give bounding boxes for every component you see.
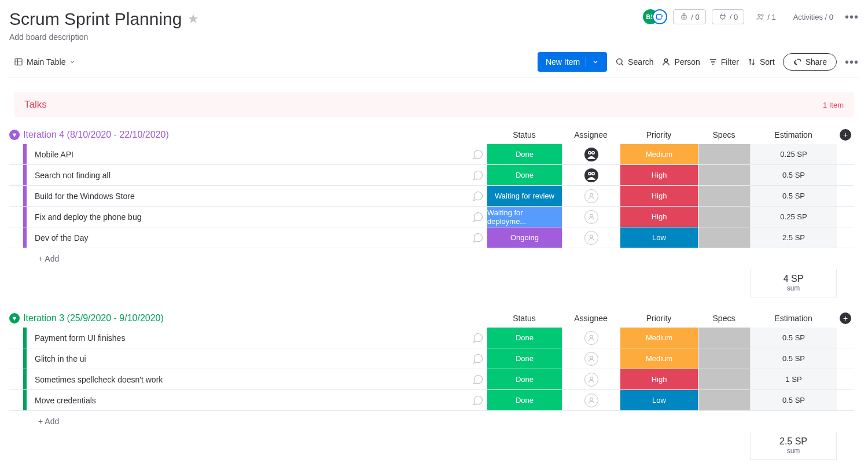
status-cell[interactable]: Done <box>487 348 562 369</box>
board-description[interactable]: Add board description <box>9 32 199 42</box>
assignee-cell[interactable] <box>562 390 620 410</box>
status-cell[interactable]: Waiting for review <box>487 186 562 206</box>
item-name[interactable]: Search not finding all <box>27 165 469 185</box>
chat-icon[interactable] <box>472 353 484 365</box>
priority-cell[interactable]: High <box>620 186 698 206</box>
column-header-assignee[interactable]: Assignee <box>562 127 620 143</box>
priority-cell[interactable]: High <box>620 165 698 185</box>
estimation-cell[interactable]: 0.5 SP <box>750 348 837 369</box>
toolbar-more-icon[interactable]: ••• <box>845 56 859 69</box>
add-item-button[interactable]: + Add <box>38 417 59 426</box>
estimation-cell[interactable]: 0.25 SP <box>750 207 837 227</box>
column-header-status[interactable]: Status <box>487 310 562 326</box>
sort-button[interactable]: Sort <box>747 57 775 67</box>
status-cell[interactable]: Done <box>487 328 562 348</box>
estimation-cell[interactable]: 0.5 SP <box>750 390 837 410</box>
add-column-button[interactable]: + <box>840 129 851 141</box>
specs-cell[interactable] <box>698 227 750 248</box>
item-name[interactable]: Payment form UI finishes <box>27 328 469 348</box>
assignee-avatar-icon[interactable] <box>584 148 598 161</box>
column-header-estimation[interactable]: Estimation <box>750 310 837 326</box>
column-header-specs[interactable]: Specs <box>698 310 750 326</box>
estimation-cell[interactable]: 0.25 SP <box>750 144 837 164</box>
chat-icon[interactable] <box>472 149 484 160</box>
assignee-empty-icon[interactable] <box>584 373 598 387</box>
priority-cell[interactable]: Low <box>620 227 698 248</box>
specs-cell[interactable] <box>698 390 750 410</box>
status-cell[interactable]: Ongoing <box>487 227 562 248</box>
item-name[interactable]: Sometimes spellcheck doesn't work <box>27 369 469 389</box>
assignee-cell[interactable] <box>562 227 620 248</box>
specs-cell[interactable] <box>698 186 750 206</box>
estimation-cell[interactable]: 0.5 SP <box>750 186 837 206</box>
column-header-assignee[interactable]: Assignee <box>562 310 620 326</box>
add-item-button[interactable]: + Add <box>38 254 59 263</box>
group-title[interactable]: Iteration 4 (8/10/2020 - 22/10/2020) <box>23 130 169 140</box>
item-name[interactable]: Glitch in the ui <box>27 348 469 369</box>
integration-robot-button[interactable]: / 0 <box>673 9 705 24</box>
assignee-empty-icon[interactable] <box>584 352 598 366</box>
specs-cell[interactable] <box>698 348 750 369</box>
assignee-cell[interactable] <box>562 348 620 369</box>
assignee-cell[interactable] <box>562 207 620 227</box>
chat-icon[interactable] <box>472 374 484 385</box>
column-header-priority[interactable]: Priority <box>620 310 698 326</box>
priority-cell[interactable]: High <box>620 369 698 389</box>
more-menu-icon[interactable]: ••• <box>845 10 859 24</box>
item-name[interactable]: Dev of the Day <box>27 227 469 248</box>
assignee-cell[interactable] <box>562 328 620 348</box>
avatar-add-icon[interactable] <box>652 9 667 24</box>
status-cell[interactable]: Done <box>487 369 562 389</box>
specs-cell[interactable] <box>698 144 750 164</box>
assignee-empty-icon[interactable] <box>584 210 598 224</box>
chat-icon[interactable] <box>472 395 484 406</box>
integration-plug-button[interactable]: / 0 <box>712 9 744 24</box>
new-item-button[interactable]: New Item <box>538 52 607 72</box>
talks-group-bar[interactable]: Talks 1 Item <box>14 92 854 117</box>
specs-cell[interactable] <box>698 328 750 348</box>
assignee-avatar-icon[interactable] <box>584 168 598 182</box>
item-name[interactable]: Build for the Windows Store <box>27 186 469 206</box>
assignee-cell[interactable] <box>562 165 620 185</box>
status-cell[interactable]: Done <box>487 165 562 185</box>
item-name[interactable]: Mobile API <box>27 144 469 164</box>
column-header-status[interactable]: Status <box>487 127 562 143</box>
assignee-cell[interactable] <box>562 369 620 389</box>
chat-icon[interactable] <box>472 332 484 344</box>
group-title[interactable]: Iteration 3 (25/9/2020 - 9/10/2020) <box>23 313 164 323</box>
search-button[interactable]: Search <box>615 57 653 67</box>
person-filter-button[interactable]: Person <box>661 57 700 67</box>
share-button[interactable]: Share <box>783 53 837 71</box>
estimation-cell[interactable]: 2.5 SP <box>750 227 837 248</box>
column-header-specs[interactable]: Specs <box>698 127 750 143</box>
priority-cell[interactable]: High <box>620 207 698 227</box>
status-cell[interactable]: Done <box>487 144 562 164</box>
column-header-priority[interactable]: Priority <box>620 127 698 143</box>
collapse-icon[interactable]: ▼ <box>9 130 20 140</box>
priority-cell[interactable]: Medium <box>620 348 698 369</box>
priority-cell[interactable]: Medium <box>620 144 698 164</box>
specs-cell[interactable] <box>698 165 750 185</box>
estimation-cell[interactable]: 0.5 SP <box>750 165 837 185</box>
collapse-icon[interactable]: ▼ <box>9 313 20 323</box>
assignee-empty-icon[interactable] <box>584 331 598 345</box>
chat-icon[interactable] <box>472 211 484 223</box>
view-tab-main-table[interactable]: Main Table <box>9 54 80 70</box>
assignee-cell[interactable] <box>562 144 620 164</box>
assignee-empty-icon[interactable] <box>584 231 598 245</box>
members-button[interactable]: / 1 <box>750 10 781 24</box>
specs-cell[interactable] <box>698 207 750 227</box>
item-name[interactable]: Fix and deploy the phone bug <box>27 207 469 227</box>
assignee-cell[interactable] <box>562 186 620 206</box>
add-column-button[interactable]: + <box>840 312 851 324</box>
column-header-estimation[interactable]: Estimation <box>750 127 837 143</box>
item-name[interactable]: Move credentials <box>27 390 469 410</box>
filter-button[interactable]: Filter <box>708 57 739 67</box>
board-title[interactable]: Scrum Sprint Planning <box>9 9 182 29</box>
status-cell[interactable]: Waiting for deployme... <box>487 207 562 227</box>
assignee-empty-icon[interactable] <box>584 189 598 203</box>
status-cell[interactable]: Done <box>487 390 562 410</box>
activities-button[interactable]: Activities / 0 <box>788 10 839 24</box>
chat-icon[interactable] <box>472 232 484 244</box>
chat-icon[interactable] <box>472 170 484 181</box>
